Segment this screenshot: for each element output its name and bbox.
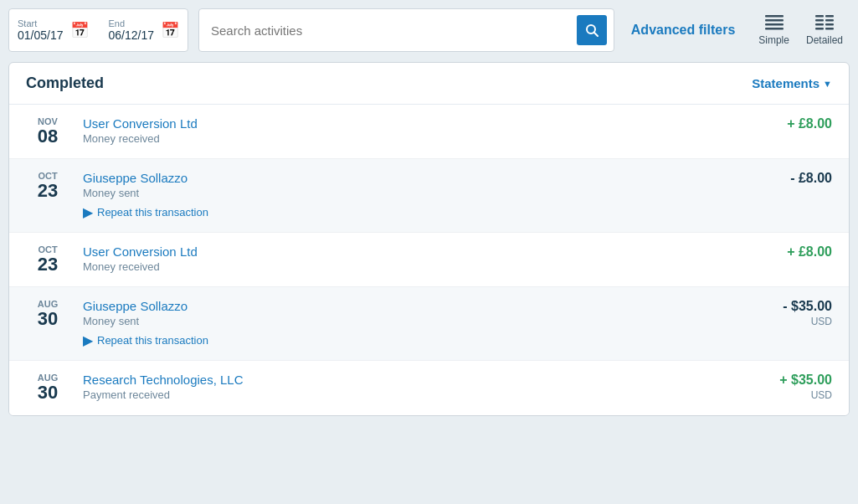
transaction-type: Money received [83,260,748,273]
start-date-field: Start 01/05/17 [18,18,64,42]
end-label: End [109,18,126,28]
transaction-amount: + £8.00 [748,116,832,131]
transaction-amount: - $35.00 USD [748,299,832,327]
transaction-date: NOV 08 [26,116,69,147]
date-day: 30 [38,309,58,329]
amount-value: + £8.00 [748,244,832,260]
svg-rect-6 [815,15,824,18]
date-day: 08 [38,126,58,147]
date-day: 30 [38,383,58,403]
transaction-name[interactable]: Research Technologies, LLC [83,373,748,387]
start-label: Start [18,18,37,28]
svg-rect-13 [825,28,834,30]
transaction-amount: + $35.00 USD [748,373,832,401]
transaction-amount: + £8.00 [748,244,832,260]
transaction-name[interactable]: Giuseppe Sollazzo [83,299,748,313]
table-row: AUG 30 Giuseppe Sollazzo Money sent ▶ Re… [9,287,849,361]
transaction-date: OCT 23 [26,244,69,275]
end-date-field: End 06/12/17 [109,18,155,42]
amount-value: + £8.00 [748,116,832,131]
repeat-icon: ▶ [83,332,93,348]
simple-view-option[interactable]: Simple [752,12,796,49]
transaction-type: Payment received [83,388,748,401]
transaction-type: Money received [83,132,748,145]
table-row: AUG 30 Research Technologies, LLC Paymen… [9,361,849,414]
date-range: Start 01/05/17 📅 End 06/12/17 📅 [8,8,188,52]
transaction-info: User Conversion Ltd Money received [83,244,748,273]
panel-header: Completed Statements ▼ [9,63,849,105]
date-day: 23 [38,255,58,275]
transaction-name[interactable]: Giuseppe Sollazzo [83,171,748,185]
svg-rect-8 [815,19,824,22]
start-date-value: 01/05/17 [18,28,64,42]
transaction-type: Money sent [83,187,748,199]
amount-currency: USD [748,389,832,401]
svg-rect-11 [825,23,834,26]
start-calendar-icon[interactable]: 📅 [70,21,89,39]
svg-rect-10 [815,23,824,26]
transaction-date: AUG 30 [26,299,69,329]
statements-label: Statements [752,76,819,90]
transaction-date: AUG 30 [26,373,69,403]
transaction-amount: - £8.00 [748,171,832,186]
search-box [198,8,614,52]
table-row: NOV 08 User Conversion Ltd Money receive… [9,105,849,159]
date-day: 23 [38,181,58,201]
amount-value: + $35.00 [748,373,832,388]
repeat-label: Repeat this transaction [97,206,208,219]
statements-button[interactable]: Statements ▼ [752,76,832,90]
detailed-view-icon [815,15,834,33]
svg-rect-7 [825,15,834,18]
repeat-icon: ▶ [83,204,93,220]
svg-rect-5 [765,28,784,30]
table-row: OCT 23 Giuseppe Sollazzo Money sent ▶ Re… [9,159,849,233]
main-panel: Completed Statements ▼ NOV 08 User Conve… [8,62,850,416]
transaction-name[interactable]: User Conversion Ltd [83,244,748,259]
view-toggle: Simple Detailed [752,12,850,49]
transaction-name[interactable]: User Conversion Ltd [83,116,748,131]
repeat-transaction[interactable]: ▶ Repeat this transaction [83,204,748,220]
svg-rect-12 [815,28,824,30]
svg-line-1 [593,33,598,37]
detailed-view-label: Detailed [806,34,843,46]
transaction-info: Giuseppe Sollazzo Money sent ▶ Repeat th… [83,299,748,348]
transaction-info: User Conversion Ltd Money received [83,116,748,145]
repeat-label: Repeat this transaction [97,334,208,347]
search-icon [585,23,599,37]
detailed-view-option[interactable]: Detailed [799,12,850,49]
repeat-transaction[interactable]: ▶ Repeat this transaction [83,332,748,348]
advanced-filters-button[interactable]: Advanced filters [624,23,742,38]
transactions-list: NOV 08 User Conversion Ltd Money receive… [9,105,849,415]
svg-rect-3 [765,19,784,22]
amount-value: - £8.00 [748,171,832,186]
simple-view-icon [765,15,784,33]
statements-dropdown-icon: ▼ [823,79,832,89]
transaction-info: Giuseppe Sollazzo Money sent ▶ Repeat th… [83,171,748,220]
svg-rect-9 [825,19,834,22]
end-date-value: 06/12/17 [109,28,155,42]
top-bar: Start 01/05/17 📅 End 06/12/17 📅 Advanced… [8,8,850,52]
end-calendar-icon[interactable]: 📅 [161,21,179,39]
amount-currency: USD [748,316,832,327]
search-button[interactable] [577,15,607,45]
transaction-date: OCT 23 [26,171,69,201]
panel-title: Completed [26,75,104,92]
transaction-info: Research Technologies, LLC Payment recei… [83,373,748,401]
table-row: OCT 23 User Conversion Ltd Money receive… [9,233,849,287]
simple-view-label: Simple [758,34,789,46]
svg-rect-4 [765,23,784,26]
search-input[interactable] [211,23,577,38]
svg-rect-2 [765,15,784,18]
transaction-type: Money sent [83,315,748,327]
amount-value: - $35.00 [748,299,832,314]
